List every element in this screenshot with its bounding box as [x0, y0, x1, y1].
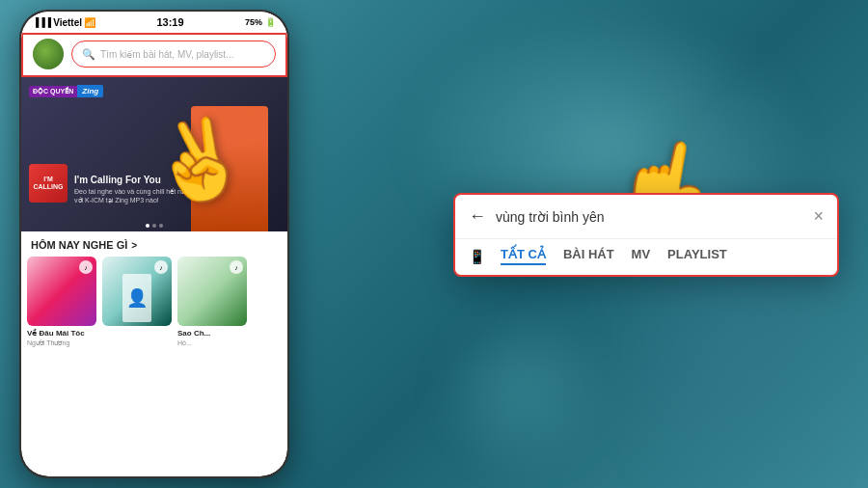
card-image-3: ♪: [177, 257, 247, 326]
status-carrier: ▐▐▐ Viettel 📶: [33, 17, 95, 28]
phone-mockup: ▐▐▐ Viettel 📶 13:19 75% 🔋 🔍 Tìm kiếm bài…: [19, 10, 289, 478]
card-label-3: Sao Ch...: [177, 329, 247, 339]
tab-playlist[interactable]: PLAYLIST: [667, 247, 727, 265]
battery-icon: 🔋: [265, 17, 276, 27]
tab-baihat[interactable]: BÀI HÁT: [563, 247, 614, 265]
music-icon-3: ♪: [230, 260, 243, 274]
battery-percent: 75%: [245, 17, 262, 27]
popup-back-button[interactable]: ←: [469, 206, 486, 227]
dot-3: [159, 224, 163, 228]
card-3[interactable]: ♪ Sao Ch... Hò...: [177, 257, 247, 347]
banner-subtitle: Đeo tai nghe vào và cùng chill hết nấc v…: [74, 187, 190, 204]
doc-quyen-label: ĐỘC QUYỀN: [29, 86, 77, 97]
status-time: 13:19: [156, 16, 183, 28]
card-sublabel-3: Hò...: [177, 339, 247, 346]
avatar-image: [33, 39, 64, 69]
search-bar-container: 🔍 Tìm kiếm bài hát, MV, playlist...: [21, 33, 287, 77]
banner-person-image: [191, 106, 268, 231]
status-right: 75% 🔋: [245, 17, 276, 27]
dot-1: [146, 224, 149, 228]
card-image-2: ♪ 👤: [102, 257, 172, 326]
music-icon-1: ♪: [79, 260, 93, 274]
popup-close-button[interactable]: ×: [813, 206, 824, 227]
banner-album-art: I'MCALLING: [29, 164, 68, 203]
section-title: HÔM NAY NGHE GÌ: [31, 239, 127, 251]
dot-2: [152, 224, 156, 228]
card-image-1: ♪: [27, 257, 96, 326]
card-sublabel-1: Người Thương: [27, 339, 96, 347]
search-icon: 🔍: [82, 48, 95, 61]
popup-tabs: 📱 TẤT CẢ BÀI HÁT MV PLAYLIST: [455, 239, 837, 275]
banner[interactable]: ĐỘC QUYỀN Zing I'MCALLING I'm Calling Fo…: [21, 77, 287, 231]
signal-bars: ▐▐▐: [33, 17, 51, 27]
wifi-icon: 📶: [84, 17, 95, 28]
popup-search-text: vùng trời bình yên: [496, 209, 803, 225]
banner-title: I'm Calling For You: [74, 175, 161, 185]
banner-dots: [146, 224, 163, 228]
tab-mv[interactable]: MV: [632, 247, 651, 265]
zing-label: Zing: [77, 85, 103, 97]
popup-search-bar: ← vùng trời bình yên ×: [455, 195, 837, 239]
card-2[interactable]: ♪ 👤: [102, 257, 172, 347]
carrier-name: Viettel: [53, 17, 82, 28]
section-arrow: >: [131, 240, 137, 251]
popup-device-icon: 📱: [469, 249, 485, 264]
card-1[interactable]: ♪ Về Đâu Mái Tóc Người Thương: [27, 257, 96, 347]
search-placeholder: Tìm kiếm bài hát, MV, playlist...: [100, 49, 233, 60]
search-input-box[interactable]: 🔍 Tìm kiếm bài hát, MV, playlist...: [71, 41, 276, 68]
card-label-1: Về Đâu Mái Tóc: [27, 329, 96, 339]
cards-row: ♪ Về Đâu Mái Tóc Người Thương ♪ 👤: [21, 257, 287, 357]
avatar[interactable]: [33, 39, 64, 69]
tab-all[interactable]: TẤT CẢ: [501, 247, 546, 265]
exclusive-badge: ĐỘC QUYỀN Zing: [29, 85, 103, 97]
search-popup: ← vùng trời bình yên × 📱 TẤT CẢ BÀI HÁT …: [453, 193, 839, 277]
phone-screen: ▐▐▐ Viettel 📶 13:19 75% 🔋 🔍 Tìm kiếm bài…: [21, 12, 287, 476]
status-bar: ▐▐▐ Viettel 📶 13:19 75% 🔋: [21, 12, 287, 33]
section-header: HÔM NAY NGHE GÌ >: [21, 231, 287, 257]
